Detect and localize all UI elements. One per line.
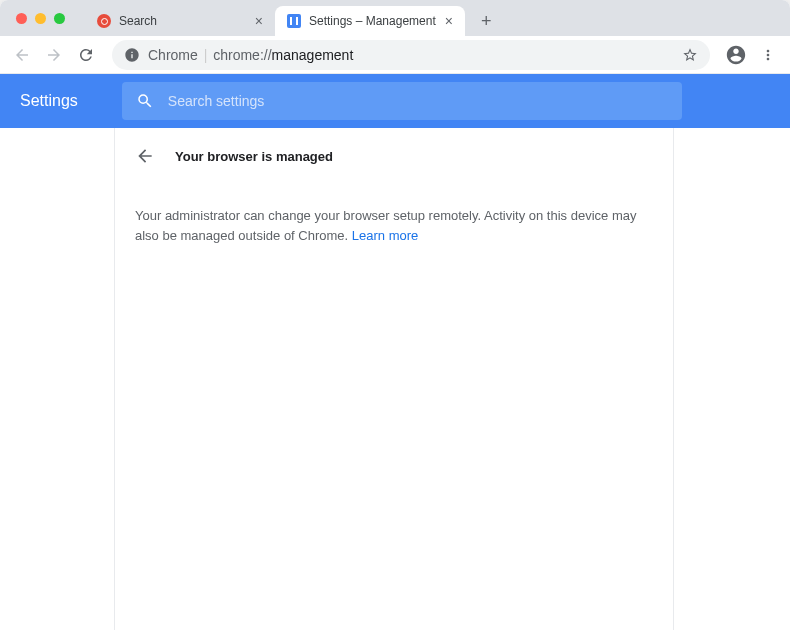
search-icon — [136, 92, 154, 110]
close-window-button[interactable] — [16, 13, 27, 24]
settings-favicon-icon — [287, 14, 301, 28]
minimize-window-button[interactable] — [35, 13, 46, 24]
back-button[interactable] — [8, 41, 36, 69]
overflow-menu-button[interactable] — [754, 41, 782, 69]
title-bar: Search × Settings – Management × + — [0, 0, 790, 36]
forward-button[interactable] — [40, 41, 68, 69]
tab-search[interactable]: Search × — [85, 6, 275, 36]
close-tab-icon[interactable]: × — [255, 13, 263, 29]
sidebar — [0, 128, 114, 630]
panel-header: Your browser is managed — [135, 146, 653, 182]
address-text: Chrome | chrome://management — [148, 47, 353, 63]
main-panel: Your browser is managed Your administrat… — [114, 128, 674, 630]
site-info-icon[interactable] — [124, 47, 140, 63]
search-favicon-icon — [97, 14, 111, 28]
settings-header: Settings — [0, 74, 790, 128]
traffic-lights — [8, 13, 73, 24]
profile-button[interactable] — [722, 41, 750, 69]
address-bar[interactable]: Chrome | chrome://management — [112, 40, 710, 70]
back-arrow-icon[interactable] — [135, 146, 155, 166]
bookmark-star-icon[interactable] — [682, 47, 698, 63]
tab-settings-management[interactable]: Settings – Management × — [275, 6, 465, 36]
new-tab-button[interactable]: + — [473, 7, 500, 36]
toolbar: Chrome | chrome://management — [0, 36, 790, 74]
browser-window: Search × Settings – Management × + — [0, 0, 790, 630]
page-heading: Your browser is managed — [175, 149, 333, 164]
learn-more-link[interactable]: Learn more — [352, 228, 418, 243]
tab-strip: Search × Settings – Management × + — [85, 0, 500, 36]
tab-label: Search — [119, 14, 157, 28]
content-area: Your browser is managed Your administrat… — [0, 128, 790, 630]
settings-search-box[interactable] — [122, 82, 682, 120]
panel-body: Your administrator can change your brows… — [135, 182, 653, 245]
settings-title: Settings — [20, 92, 78, 110]
reload-button[interactable] — [72, 41, 100, 69]
tab-label: Settings – Management — [309, 14, 436, 28]
close-tab-icon[interactable]: × — [445, 13, 453, 29]
settings-search-input[interactable] — [168, 93, 668, 109]
maximize-window-button[interactable] — [54, 13, 65, 24]
